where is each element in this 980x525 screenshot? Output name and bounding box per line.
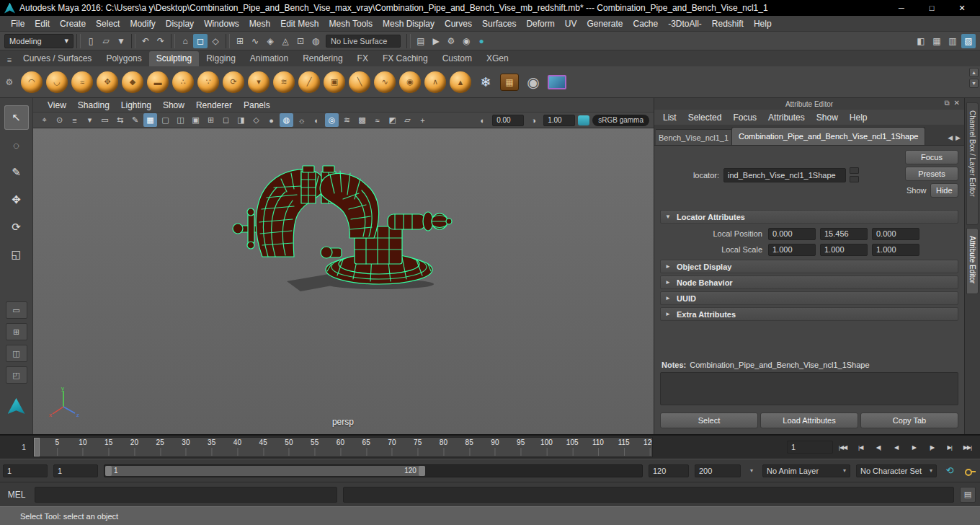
local-position-z-field[interactable]: 0.000 (872, 228, 919, 240)
toggle-panel-layouts-icon[interactable]: ▦ (930, 34, 944, 48)
animation-end-field[interactable]: 200 (695, 464, 741, 477)
make-live-icon[interactable]: ◍ (308, 34, 323, 48)
isolate-select-icon[interactable]: ◩ (386, 113, 399, 127)
time-tick[interactable]: 25 (156, 438, 164, 446)
character-set-dropdown[interactable]: No Character Set ▾ (856, 464, 937, 477)
animation-start-field[interactable]: 1 (3, 464, 48, 477)
image-plane-icon[interactable]: ▭ (98, 113, 112, 127)
ae-section-header[interactable]: Extra Attributes (660, 307, 958, 321)
grid-toggle-icon[interactable]: ▦ (143, 113, 157, 127)
time-tick[interactable]: 90 (491, 438, 499, 446)
playback-options-icon[interactable]: ▾ (747, 465, 757, 477)
sphere-brush-icon[interactable]: ◉ (522, 71, 544, 93)
presets-button[interactable]: Presets (905, 167, 958, 181)
lasso-select-tool[interactable]: ◌ (4, 133, 29, 157)
bake-icon[interactable]: ▦ (500, 74, 519, 91)
select-button[interactable]: Select (660, 412, 758, 428)
field-chart-icon[interactable]: ⊞ (204, 113, 218, 127)
menu-item[interactable]: Mesh Tools (324, 16, 378, 32)
new-scene-icon[interactable]: ▯ (84, 34, 98, 48)
connection-output-icon[interactable] (850, 176, 859, 182)
time-slider-band[interactable]: 5101520253035404550556065707580859095100… (33, 437, 653, 457)
time-tick[interactable]: 85 (466, 438, 473, 446)
panel-menu-item[interactable]: Show (157, 100, 190, 110)
local-position-y-field[interactable]: 15.456 (820, 228, 868, 240)
prev-tab-icon[interactable]: ◀ (948, 134, 953, 141)
ae-menu-item[interactable]: Selected (682, 112, 728, 123)
menu-item[interactable]: Modify (125, 16, 160, 32)
time-tick[interactable]: 45 (259, 438, 267, 446)
time-tick[interactable]: 115 (618, 438, 630, 446)
ae-menu-item[interactable]: Help (844, 112, 873, 123)
hide-button[interactable]: Hide (930, 183, 958, 198)
time-tick[interactable]: 95 (517, 438, 525, 446)
toggle-channel-box-icon[interactable]: ▥ (945, 34, 960, 48)
hypershade-icon[interactable]: ◉ (459, 34, 473, 48)
local-scale-z-field[interactable]: 1.000 (872, 244, 919, 256)
menu-item[interactable]: Select (91, 16, 125, 32)
layout-persp-outliner[interactable]: ◫ (6, 345, 27, 362)
select-object-icon[interactable]: ◻ (193, 34, 208, 48)
minimize-button[interactable]: ─ (886, 1, 917, 15)
repeat-tool-icon[interactable]: ⟳ (223, 71, 244, 93)
paint-effects-icon[interactable]: ● (474, 34, 489, 48)
tab-channel-box[interactable]: Channel Box / Layer Editor (966, 102, 979, 225)
dock-panel-icon[interactable]: ⧉ (944, 99, 949, 107)
menu-item[interactable]: Curves (440, 16, 477, 32)
select-camera-icon[interactable]: ⌖ (37, 113, 51, 127)
move-tool[interactable]: ✥ (4, 188, 29, 212)
local-position-x-field[interactable]: 0.000 (768, 228, 816, 240)
crease-tool-icon[interactable]: ∧ (424, 71, 446, 93)
use-lights-icon[interactable]: ☼ (295, 113, 308, 127)
time-tick[interactable]: 15 (104, 438, 112, 446)
scrape-tool-icon[interactable]: ╱ (298, 71, 320, 93)
flatten-tool-icon[interactable]: ▬ (147, 71, 169, 93)
amplify-tool-icon[interactable]: ▲ (450, 71, 471, 93)
time-tick[interactable]: 60 (337, 438, 344, 446)
open-scene-icon[interactable]: ▱ (99, 34, 113, 48)
grab-tool-icon[interactable]: ✥ (97, 71, 118, 93)
anim-layer-dropdown[interactable]: No Anim Layer ▾ (762, 464, 850, 477)
foamy-tool-icon[interactable]: ∴ (172, 71, 194, 93)
shelf-tab[interactable]: FX Caching (375, 51, 435, 66)
wax-tool-icon[interactable]: ≋ (273, 71, 295, 93)
color-management-icon[interactable] (578, 115, 589, 125)
time-tick[interactable]: 75 (414, 438, 422, 446)
menu-item[interactable]: Generate (582, 16, 628, 32)
shelf-tab[interactable]: Curves / Surfaces (16, 51, 99, 66)
ae-section-header[interactable]: Object Display (660, 260, 958, 273)
menu-item[interactable]: Create (55, 16, 91, 32)
show-button[interactable]: Show (905, 186, 928, 195)
menu-item[interactable]: Deform (521, 16, 559, 32)
shelf-menu-icon[interactable]: ≡ (3, 53, 16, 66)
pinch-tool-icon[interactable]: ◆ (122, 71, 143, 93)
ae-menu-item[interactable]: Attributes (762, 112, 811, 123)
snap-grid-icon[interactable]: ⊞ (233, 34, 247, 48)
menu-item[interactable]: Edit Mesh (275, 16, 324, 32)
time-tick[interactable]: 65 (362, 438, 370, 446)
scale-tool[interactable]: ◱ (4, 242, 29, 267)
mel-result-field[interactable] (343, 487, 954, 503)
copy-tab-button[interactable]: Copy Tab (860, 412, 958, 428)
play-backwards-button[interactable]: ◀ (888, 439, 904, 455)
exposure-icon[interactable]: ◐ (476, 113, 489, 127)
panel-menu-item[interactable]: Lighting (115, 100, 157, 110)
gear-icon[interactable]: ⚙ (3, 76, 16, 89)
ae-section-header[interactable]: UUID (660, 291, 958, 305)
grease-pencil-icon[interactable]: ✎ (128, 113, 142, 127)
time-tick[interactable]: 120 (643, 438, 653, 446)
shelf-tab[interactable]: Polygons (99, 51, 148, 66)
select-component-icon[interactable]: ◇ (208, 34, 223, 48)
render-frame-icon[interactable]: ▤ (414, 34, 428, 48)
menu-item[interactable]: UV (560, 16, 582, 32)
notes-field[interactable] (660, 372, 958, 405)
fill-tool-icon[interactable]: ▣ (324, 71, 345, 93)
playback-end-field[interactable]: 120 (649, 464, 689, 477)
ipr-render-icon[interactable]: ▶ (429, 34, 443, 48)
motion-blur-icon[interactable]: ≋ (340, 113, 354, 127)
section-locator-attributes[interactable]: Locator Attributes (660, 210, 958, 224)
local-scale-x-field[interactable]: 1.000 (768, 244, 816, 256)
shelf-tab[interactable]: Rendering (295, 51, 349, 66)
playback-start-field[interactable]: 1 (53, 464, 98, 477)
viewport-canvas[interactable]: y x z persp (33, 128, 654, 434)
